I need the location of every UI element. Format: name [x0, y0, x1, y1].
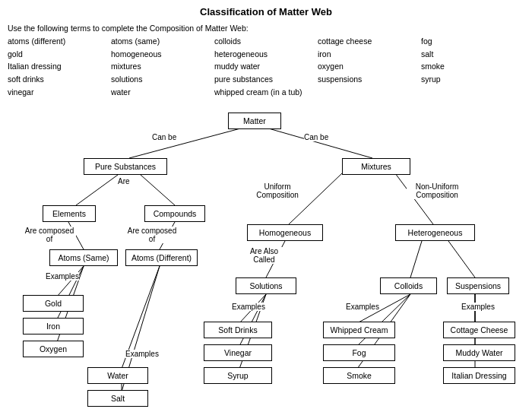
water-node: Water: [87, 367, 148, 384]
italian-dressing-node: Italian Dressing: [443, 367, 515, 384]
oxygen-node: Oxygen: [23, 341, 84, 357]
can-be-right-label: Can be: [304, 133, 328, 141]
examples-solutions-label: Examples: [232, 303, 265, 311]
heterogeneous-node: Heterogeneous: [395, 224, 475, 241]
are-composed-of-left-label: Are composed of: [23, 227, 76, 243]
compounds-node: Compounds: [144, 205, 205, 222]
mixtures-node: Mixtures: [342, 158, 410, 175]
are-composed-of-right-label: Are composed of: [125, 227, 179, 243]
soft-drinks-node: Soft Drinks: [204, 322, 272, 338]
salt-node: Salt: [87, 390, 148, 407]
gold-node: Gold: [23, 295, 84, 312]
examples-suspensions-label: Examples: [461, 303, 495, 311]
cottage-cheese-node: Cottage Cheese: [443, 322, 515, 338]
non-uniform-composition-label: Non-Uniform Composition: [407, 182, 467, 199]
whipped-cream-node: Whipped Cream: [323, 322, 395, 338]
atoms-different-node: Atoms (Different): [125, 249, 198, 266]
fog-node: Fog: [323, 344, 395, 361]
svg-line-0: [129, 128, 243, 158]
svg-line-1: [266, 128, 372, 158]
svg-line-16: [448, 241, 475, 277]
instructions-label: Use the following terms to complete the …: [8, 24, 249, 33]
elements-node: Elements: [43, 205, 96, 222]
atoms-same-node: Atoms (Same): [49, 249, 118, 266]
are-also-called-label: Are Also Called: [243, 247, 285, 264]
terms-section: Use the following terms to complete the …: [8, 22, 524, 99]
vinegar-node: Vinegar: [204, 344, 272, 361]
terms-col-3: colloidsheterogeneousmuddy waterpure sub…: [214, 35, 318, 99]
svg-line-15: [410, 241, 422, 277]
examples-colloids-label: Examples: [346, 303, 379, 311]
terms-col-5: fogsaltsmokesyrup: [421, 35, 524, 99]
pure-substances-node: Pure Substances: [84, 158, 167, 175]
terms-col-4: cottage cheeseironoxygensuspensions: [318, 35, 421, 99]
syrup-node: Syrup: [204, 367, 272, 384]
solutions-node: Solutions: [236, 277, 296, 294]
uniform-composition-label: Uniform Composition: [251, 182, 304, 199]
smoke-node: Smoke: [323, 367, 395, 384]
can-be-left-label: Can be: [152, 133, 176, 141]
examples-atoms-different-label: Examples: [125, 350, 159, 358]
page: Classification of Matter Web Use the fol…: [0, 0, 532, 409]
svg-line-2: [76, 175, 118, 205]
examples-atoms-same-label: Examples: [46, 272, 79, 281]
diagram: Matter Can be Can be Pure Substances Mix…: [8, 106, 524, 409]
terms-row: atoms (different)goldItalian dressingsof…: [8, 35, 524, 99]
page-title: Classification of Matter Web: [8, 6, 524, 17]
muddy-water-node: Muddy Water: [443, 344, 515, 361]
svg-line-3: [141, 175, 175, 205]
homogeneous-node: Homogeneous: [247, 224, 323, 241]
matter-node: Matter: [228, 113, 281, 129]
terms-col-1: atoms (different)goldItalian dressingsof…: [8, 35, 111, 99]
iron-node: Iron: [23, 318, 84, 334]
are-label: Are: [118, 177, 130, 185]
suspensions-node: Suspensions: [447, 277, 509, 294]
colloids-node: Colloids: [380, 277, 437, 294]
svg-line-6: [57, 266, 84, 296]
terms-col-2: atoms (same)homogeneousmixturessolutions…: [111, 35, 214, 99]
